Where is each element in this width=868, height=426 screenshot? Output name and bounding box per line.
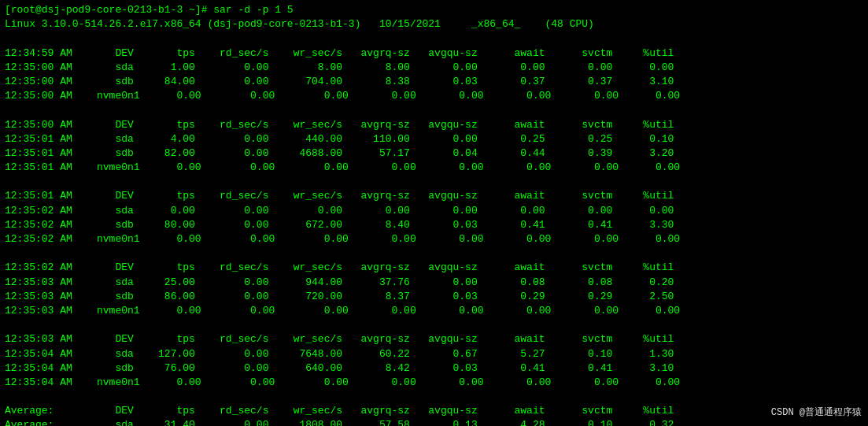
terminal-line-row4a: 12:35:03 AM sda 25.00 0.00 944.00 37.76 … — [5, 276, 863, 290]
terminal-line-row3c: 12:35:02 AM nvme0n1 0.00 0.00 0.00 0.00 … — [5, 232, 863, 246]
terminal-line-blank4 — [5, 246, 863, 261]
terminal-line-row3a: 12:35:02 AM sda 0.00 0.00 0.00 0.00 0.00… — [5, 204, 863, 218]
terminal-line-row2a: 12:35:01 AM sda 4.00 0.00 440.00 110.00 … — [5, 132, 863, 146]
terminal-line-prompt1: [root@dsj-pod9-core-0213-b1-3 ~]# sar -d… — [5, 3, 863, 17]
terminal-line-row3b: 12:35:02 AM sdb 80.00 0.00 672.00 8.40 0… — [5, 218, 863, 232]
terminal-line-row2b: 12:35:01 AM sdb 82.00 0.00 4688.00 57.17… — [5, 146, 863, 161]
terminal-line-blank6 — [5, 390, 863, 404]
terminal-line-row4c: 12:35:03 AM nvme0n1 0.00 0.00 0.00 0.00 … — [5, 304, 863, 318]
watermark-label: CSDN @普通通程序猿 — [771, 406, 862, 420]
terminal-line-row1a: 12:35:00 AM sda 1.00 0.00 8.00 8.00 0.00… — [5, 61, 863, 75]
terminal-line-header5: 12:35:03 AM DEV tps rd_sec/s wr_sec/s av… — [5, 332, 863, 346]
terminal-line-blank2 — [5, 103, 863, 117]
terminal-line-blank1 — [5, 31, 863, 46]
terminal-line-row5c: 12:35:04 AM nvme0n1 0.00 0.00 0.00 0.00 … — [5, 376, 863, 390]
terminal-line-row5b: 12:35:04 AM sdb 76.00 0.00 640.00 8.42 0… — [5, 361, 863, 376]
terminal-line-avg_a: Average: sda 31.40 0.00 1808.00 57.58 0.… — [5, 418, 863, 426]
terminal-line-blank5 — [5, 318, 863, 332]
terminal-line-row1c: 12:35:00 AM nvme0n1 0.00 0.00 0.00 0.00 … — [5, 89, 863, 103]
terminal-line-row4b: 12:35:03 AM sdb 86.00 0.00 720.00 8.37 0… — [5, 290, 863, 304]
terminal-line-header4: 12:35:02 AM DEV tps rd_sec/s wr_sec/s av… — [5, 261, 863, 275]
terminal-output: [root@dsj-pod9-core-0213-b1-3 ~]# sar -d… — [5, 3, 863, 426]
terminal-line-header3: 12:35:01 AM DEV tps rd_sec/s wr_sec/s av… — [5, 189, 863, 203]
terminal-line-header1: 12:34:59 AM DEV tps rd_sec/s wr_sec/s av… — [5, 46, 863, 61]
terminal-line-header2: 12:35:00 AM DEV tps rd_sec/s wr_sec/s av… — [5, 118, 863, 132]
terminal-line-avg_header: Average: DEV tps rd_sec/s wr_sec/s avgrq… — [5, 404, 863, 418]
terminal-line-row1b: 12:35:00 AM sdb 84.00 0.00 704.00 8.38 0… — [5, 75, 863, 89]
terminal-line-blank3 — [5, 175, 863, 189]
terminal-line-row5a: 12:35:04 AM sda 127.00 0.00 7648.00 60.2… — [5, 347, 863, 361]
terminal-line-row2c: 12:35:01 AM nvme0n1 0.00 0.00 0.00 0.00 … — [5, 161, 863, 175]
terminal-line-sysinfo: Linux 3.10.0-514.26.2.el7.x86_64 (dsj-po… — [5, 17, 863, 31]
